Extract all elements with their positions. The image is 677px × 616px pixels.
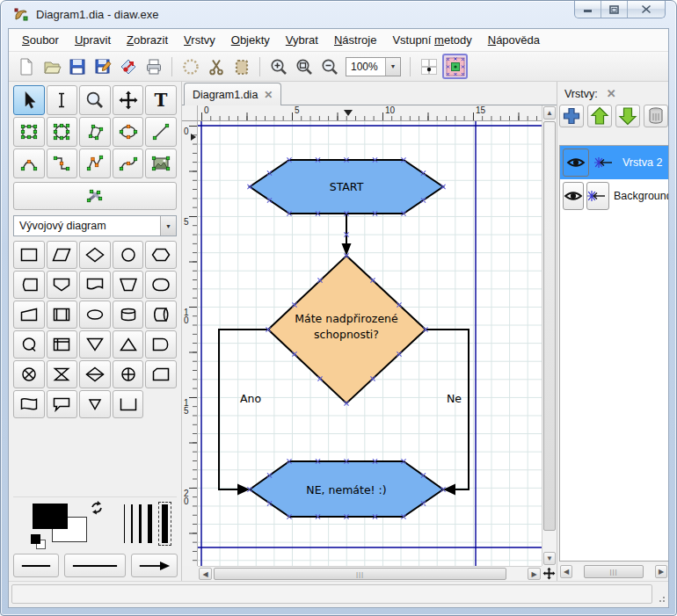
- vertical-scrollbar[interactable]: ▲ ▼: [542, 105, 557, 566]
- zoom-out-button[interactable]: [317, 54, 341, 78]
- tool-scroll-button[interactable]: [113, 85, 144, 115]
- menu-soubor[interactable]: Soubor: [14, 30, 67, 50]
- tool-beziergon-button[interactable]: [113, 117, 144, 147]
- line-width-2[interactable]: [131, 504, 133, 543]
- lower-layer-button[interactable]: [615, 105, 640, 127]
- save-button[interactable]: [65, 54, 89, 78]
- shape-display-button[interactable]: [13, 271, 45, 299]
- tool-box-button[interactable]: [13, 117, 45, 147]
- scroll-down-icon[interactable]: ▼: [543, 552, 556, 565]
- shape-connector-button[interactable]: [13, 330, 45, 359]
- zoom-in-button[interactable]: [266, 54, 290, 78]
- shape-predefined-process-button[interactable]: [47, 301, 78, 329]
- shape-manual-operation-button[interactable]: [113, 271, 144, 299]
- layer-row-background[interactable]: Background: [560, 179, 668, 213]
- line-width-1[interactable]: [124, 504, 125, 543]
- shape-ellipse-button[interactable]: [113, 241, 144, 269]
- shape-magnetic-disk-button[interactable]: [113, 301, 144, 329]
- line-width-selected[interactable]: [158, 502, 171, 546]
- toggle-grid-button[interactable]: [417, 54, 440, 78]
- scroll-left-icon[interactable]: ◀: [199, 568, 212, 580]
- line-style-button[interactable]: [64, 554, 126, 577]
- shape-summing-junction-button[interactable]: [13, 360, 45, 388]
- sheet-selector[interactable]: Vývojový diagram ▼: [13, 215, 177, 236]
- shape-extract-button[interactable]: [79, 330, 111, 359]
- menu-vstupn-metody[interactable]: Vstupní metody: [384, 30, 479, 50]
- shape-magnetic-drum-button[interactable]: [145, 301, 177, 329]
- open-button[interactable]: [40, 54, 63, 78]
- paste-button[interactable]: [229, 54, 253, 78]
- chevron-down-icon[interactable]: ▼: [385, 58, 400, 76]
- print-button[interactable]: [142, 54, 165, 78]
- snap-to-objects-button[interactable]: [442, 54, 468, 79]
- shape-oval-button[interactable]: [79, 301, 111, 329]
- menu-objekty[interactable]: Objekty: [223, 30, 278, 50]
- line-start-style-button[interactable]: [13, 554, 59, 577]
- shape-punched-card-button[interactable]: [145, 360, 177, 388]
- shape-triangle-down-button[interactable]: [79, 390, 111, 418]
- layers-scrollbar[interactable]: ◀ ||| ▶: [559, 564, 668, 579]
- shape-sort-hourglass-button[interactable]: [47, 360, 78, 388]
- shape-box-button[interactable]: [13, 241, 45, 269]
- scroll-up-icon[interactable]: ▲: [543, 106, 556, 120]
- delete-layer-button[interactable]: [644, 105, 668, 127]
- menu-upravit[interactable]: Upravit: [67, 30, 119, 50]
- shape-collate-button[interactable]: [79, 360, 111, 388]
- tool-magnify-button[interactable]: [79, 85, 111, 115]
- tool-text-edit-button[interactable]: [47, 85, 78, 115]
- shape-document-button[interactable]: [79, 271, 111, 299]
- eye-icon[interactable]: [563, 149, 589, 177]
- new-file-button[interactable]: [14, 54, 38, 78]
- tool-arc-button[interactable]: [13, 149, 45, 178]
- hscroll-thumb[interactable]: |||: [214, 568, 506, 580]
- shape-merge-button[interactable]: [113, 330, 144, 359]
- shape-transmittal-tape-button[interactable]: [13, 390, 45, 418]
- export-button[interactable]: [116, 54, 140, 78]
- arrow-end-style-button[interactable]: [131, 554, 178, 577]
- tool-modify-button[interactable]: [13, 182, 177, 210]
- zoom-fit-button[interactable]: [292, 54, 316, 78]
- pan-button[interactable]: [542, 566, 557, 581]
- shape-or-button[interactable]: [113, 360, 144, 388]
- zoom-combo[interactable]: 100%▼: [346, 57, 401, 76]
- shape-annotation-button[interactable]: [47, 390, 78, 418]
- minimize-button[interactable]: [575, 1, 601, 18]
- tool-select-button[interactable]: [13, 85, 45, 115]
- tool-text-button[interactable]: T: [145, 85, 177, 115]
- menu-zobrazit[interactable]: Zobrazit: [119, 30, 176, 50]
- line-width-4[interactable]: [148, 504, 152, 543]
- foreground-color-swatch[interactable]: [33, 504, 68, 529]
- eye-icon[interactable]: [563, 182, 584, 210]
- scroll-right-icon[interactable]: ▶: [528, 568, 541, 580]
- tool-polygon-button[interactable]: [79, 117, 111, 147]
- shape-diamond-button[interactable]: [79, 241, 111, 269]
- scroll-left-icon[interactable]: ◀: [560, 565, 572, 578]
- tool-ellipse-button[interactable]: [47, 117, 78, 147]
- drawing-canvas[interactable]: START Máte nadpřirozené schopnosti? NE, …: [198, 121, 542, 566]
- tool-bezierline-button[interactable]: [113, 149, 144, 178]
- horizontal-scrollbar[interactable]: ◀ ||| ▶: [198, 566, 542, 581]
- resize-grip[interactable]: [657, 594, 666, 603]
- close-tab-icon[interactable]: ✕: [264, 89, 273, 101]
- save-as-button[interactable]: [91, 54, 114, 78]
- copy-button[interactable]: [178, 54, 202, 78]
- menu-n-stroje[interactable]: Nástroje: [326, 30, 384, 50]
- connectable-icon[interactable]: [592, 149, 618, 177]
- line-width-3[interactable]: [139, 504, 142, 543]
- scroll-right-icon[interactable]: ▶: [655, 565, 667, 578]
- raise-layer-button[interactable]: [587, 105, 612, 127]
- tab-diagram1[interactable]: Diagram1.dia ✕: [184, 83, 281, 105]
- chevron-down-icon[interactable]: ▼: [160, 216, 176, 236]
- cut-button[interactable]: [204, 54, 228, 78]
- shape-terminal-button[interactable]: [145, 271, 177, 299]
- shape-delay-button[interactable]: [145, 330, 177, 359]
- tool-polyline-button[interactable]: [79, 149, 111, 178]
- default-colors-icon[interactable]: [31, 534, 48, 550]
- close-icon[interactable]: [628, 1, 665, 18]
- menu-n-pov-da[interactable]: Nápověda: [480, 30, 548, 50]
- vscroll-thumb[interactable]: [543, 121, 556, 531]
- close-panel-icon[interactable]: ✕: [607, 87, 616, 100]
- tool-image-button[interactable]: [145, 149, 177, 178]
- swap-colors-icon[interactable]: [89, 500, 105, 516]
- menu-vrstvy[interactable]: Vrstvy: [176, 30, 223, 50]
